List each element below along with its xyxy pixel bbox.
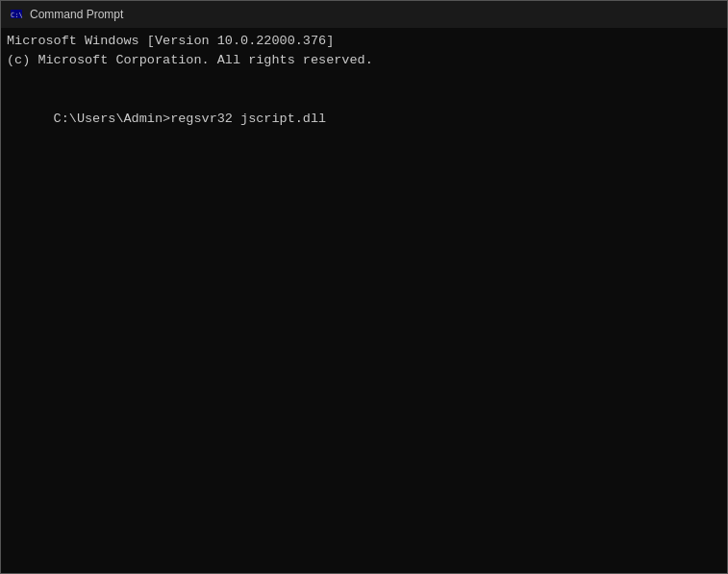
version-line: Microsoft Windows [Version 10.0.22000.37…: [7, 32, 721, 51]
prompt-path: C:\Users\Admin>: [54, 112, 171, 126]
terminal-body[interactable]: Microsoft Windows [Version 10.0.22000.37…: [1, 28, 727, 573]
blank-line: [7, 71, 721, 90]
svg-text:C:\: C:\: [11, 12, 23, 19]
prompt-line: C:\Users\Admin>regsvr32 jscript.dll: [7, 90, 721, 149]
copyright-line: (c) Microsoft Corporation. All rights re…: [7, 51, 721, 70]
command-prompt-window: C:\ Command Prompt Microsoft Windows [Ve…: [0, 0, 728, 574]
prompt-command: regsvr32 jscript.dll: [170, 112, 326, 126]
title-bar: C:\ Command Prompt: [1, 1, 727, 28]
cmd-icon: C:\: [9, 7, 24, 22]
title-bar-label: Command Prompt: [30, 8, 123, 21]
